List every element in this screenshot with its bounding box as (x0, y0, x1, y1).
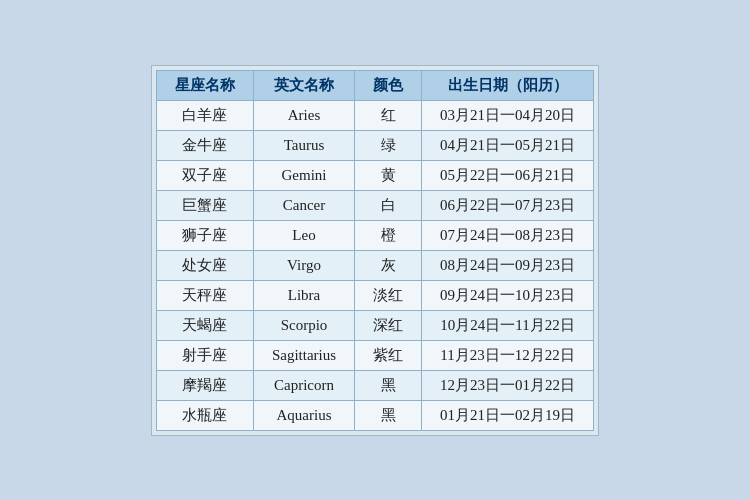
header-chinese-name: 星座名称 (156, 70, 253, 100)
cell-dates: 12月23日一01月22日 (422, 370, 594, 400)
cell-chinese-name: 天蝎座 (156, 310, 253, 340)
cell-color: 绿 (355, 130, 422, 160)
table-body: 白羊座Aries红03月21日一04月20日金牛座Taurus绿04月21日一0… (156, 100, 593, 430)
cell-color: 红 (355, 100, 422, 130)
cell-chinese-name: 狮子座 (156, 220, 253, 250)
zodiac-table-container: 星座名称 英文名称 颜色 出生日期（阳历） 白羊座Aries红03月21日一04… (151, 65, 599, 436)
cell-chinese-name: 白羊座 (156, 100, 253, 130)
cell-chinese-name: 水瓶座 (156, 400, 253, 430)
cell-color: 灰 (355, 250, 422, 280)
table-row: 金牛座Taurus绿04月21日一05月21日 (156, 130, 593, 160)
table-row: 处女座Virgo灰08月24日一09月23日 (156, 250, 593, 280)
cell-dates: 10月24日一11月22日 (422, 310, 594, 340)
cell-chinese-name: 双子座 (156, 160, 253, 190)
cell-english-name: Sagittarius (253, 340, 354, 370)
cell-chinese-name: 射手座 (156, 340, 253, 370)
cell-color: 黄 (355, 160, 422, 190)
table-row: 双子座Gemini黄05月22日一06月21日 (156, 160, 593, 190)
table-row: 水瓶座Aquarius黑01月21日一02月19日 (156, 400, 593, 430)
table-row: 狮子座Leo橙07月24日一08月23日 (156, 220, 593, 250)
cell-color: 紫红 (355, 340, 422, 370)
cell-english-name: Aquarius (253, 400, 354, 430)
header-color: 颜色 (355, 70, 422, 100)
zodiac-table: 星座名称 英文名称 颜色 出生日期（阳历） 白羊座Aries红03月21日一04… (156, 70, 594, 431)
cell-color: 白 (355, 190, 422, 220)
cell-english-name: Gemini (253, 160, 354, 190)
cell-chinese-name: 巨蟹座 (156, 190, 253, 220)
table-row: 射手座Sagittarius紫红11月23日一12月22日 (156, 340, 593, 370)
cell-dates: 04月21日一05月21日 (422, 130, 594, 160)
table-header-row: 星座名称 英文名称 颜色 出生日期（阳历） (156, 70, 593, 100)
cell-english-name: Capricorn (253, 370, 354, 400)
cell-dates: 08月24日一09月23日 (422, 250, 594, 280)
table-row: 天秤座Libra淡红09月24日一10月23日 (156, 280, 593, 310)
cell-english-name: Taurus (253, 130, 354, 160)
cell-color: 深红 (355, 310, 422, 340)
cell-color: 黑 (355, 370, 422, 400)
header-dates: 出生日期（阳历） (422, 70, 594, 100)
table-row: 白羊座Aries红03月21日一04月20日 (156, 100, 593, 130)
cell-chinese-name: 天秤座 (156, 280, 253, 310)
cell-chinese-name: 处女座 (156, 250, 253, 280)
cell-dates: 03月21日一04月20日 (422, 100, 594, 130)
cell-dates: 01月21日一02月19日 (422, 400, 594, 430)
cell-dates: 11月23日一12月22日 (422, 340, 594, 370)
cell-english-name: Cancer (253, 190, 354, 220)
cell-english-name: Virgo (253, 250, 354, 280)
cell-color: 橙 (355, 220, 422, 250)
cell-english-name: Scorpio (253, 310, 354, 340)
cell-english-name: Libra (253, 280, 354, 310)
table-row: 摩羯座Capricorn黑12月23日一01月22日 (156, 370, 593, 400)
cell-chinese-name: 摩羯座 (156, 370, 253, 400)
cell-dates: 07月24日一08月23日 (422, 220, 594, 250)
cell-chinese-name: 金牛座 (156, 130, 253, 160)
cell-color: 黑 (355, 400, 422, 430)
cell-dates: 09月24日一10月23日 (422, 280, 594, 310)
cell-english-name: Aries (253, 100, 354, 130)
cell-color: 淡红 (355, 280, 422, 310)
table-row: 天蝎座Scorpio深红10月24日一11月22日 (156, 310, 593, 340)
cell-dates: 05月22日一06月21日 (422, 160, 594, 190)
cell-english-name: Leo (253, 220, 354, 250)
table-row: 巨蟹座Cancer白06月22日一07月23日 (156, 190, 593, 220)
cell-dates: 06月22日一07月23日 (422, 190, 594, 220)
header-english-name: 英文名称 (253, 70, 354, 100)
